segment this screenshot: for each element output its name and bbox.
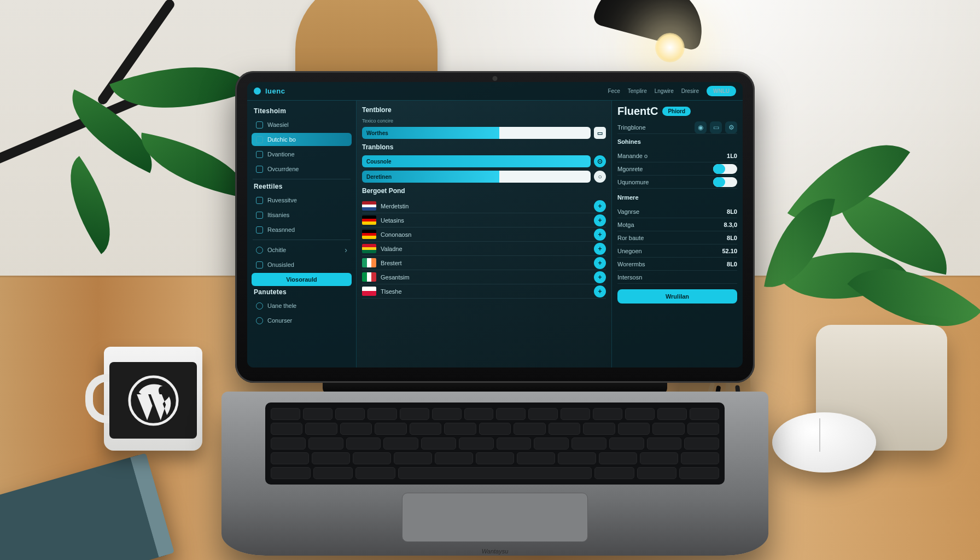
icon-button[interactable]: ◉ [695,121,707,133]
trackpad [402,493,588,542]
icon-button[interactable]: ⚙ [725,121,737,133]
stat-row: Unegoen52.10 [617,244,737,258]
add-language-button[interactable]: + [594,257,606,269]
plus-icon: + [598,259,602,267]
settings-label: Manande o [617,153,648,159]
bullet-icon [256,212,263,219]
sidebar-item[interactable]: Uane thele [252,299,352,312]
stat-label: Unegoen [617,248,642,254]
square-icon [256,261,263,269]
stat-value: 8L0 [727,208,737,215]
add-language-button[interactable]: + [594,243,606,255]
stat-label: Motga [617,221,634,228]
topbar-cta-button[interactable]: WNLU [707,86,736,96]
top-nav: Fece Tenplire Lngwire Dresire WNLU [608,86,736,96]
sidebar-item[interactable]: Reasnned [252,223,352,236]
language-row[interactable]: Uetasins + [362,213,606,228]
wordpress-logo-icon [127,375,179,427]
input-label: Cousnole [366,159,392,165]
panel-subhead-row: Tringblone ◉ ▭ ⚙ [617,121,737,134]
stat-row: Vagnrse8L0 [617,205,737,218]
stat-value: 52.10 [722,248,737,254]
add-language-button[interactable]: + [594,214,606,226]
sidebar-heading: Reettiles [254,183,349,190]
radio-icon [256,302,263,310]
flag-icon [362,272,376,282]
sidebar-item-label: Ruvessitve [267,197,297,203]
section-heading: Tranblons [362,143,606,151]
square-icon: ▭ [713,124,719,131]
sidebar-item-label: Dvantione [267,151,295,158]
submit-button[interactable]: ▭ [594,127,606,139]
section-heading: Bergoet Pond [362,187,606,195]
nav-item[interactable]: Fece [608,88,620,94]
nav-item[interactable]: Tenplire [628,88,647,94]
panel-title: FluentC [617,105,658,118]
stat-label: Intersosn [617,274,642,281]
stat-label: Vagnrse [617,208,639,215]
sidebar-item-label: Uane thele [267,302,296,309]
panel-cta-label: Wrulilan [666,293,689,300]
sidebar-cta-label: Viosorauld [286,276,317,283]
sidebar-item[interactable]: Waesiel [252,118,352,131]
section-heading: Nrmere [617,194,737,201]
add-language-button[interactable]: + [594,271,606,283]
sidebar-item-label: Conurser [267,317,292,324]
language-name: Uetasins [381,217,404,224]
sidebar-item-expandable[interactable]: Ochitle [252,243,352,256]
settings-row: Manande o1L0 [617,149,737,162]
toggle-switch[interactable] [713,177,737,187]
action-button[interactable]: ○ [594,171,606,183]
text-input[interactable]: Deretinen [362,171,591,183]
stat-value: 8.3,0 [724,221,737,228]
sidebar-item[interactable]: Ruvessitve [252,194,352,207]
sidebar-cta-button[interactable]: Viosorauld [252,273,352,286]
input-label: Deretinen [366,174,392,180]
language-row[interactable]: Valadne + [362,242,606,256]
language-row[interactable]: Brestert + [362,256,606,270]
nav-item[interactable]: Lngwire [655,88,674,94]
language-row[interactable]: Merdetstin + [362,199,606,213]
panel-sub-label: Tringblone [617,124,646,131]
language-name: Merdetstin [381,203,409,209]
section-heading: Sohines [617,138,737,145]
panel-badge[interactable]: Phiord [662,107,691,116]
text-input[interactable]: Worthes [362,127,591,139]
panel-cta-button[interactable]: Wrulilan [617,289,737,304]
stat-value: 8L0 [727,261,737,267]
language-name: Valadne [381,246,402,252]
add-language-button[interactable]: + [594,229,606,241]
language-row[interactable]: Cononaosn + [362,228,606,242]
settings-row: Uqunomure [617,176,737,189]
language-row[interactable]: Tlseshe + [362,284,606,299]
circle-icon: ⊙ [597,158,603,165]
toggle-switch[interactable] [713,164,737,174]
language-row[interactable]: Gesantsim + [362,270,606,284]
sidebar-item-selected[interactable]: Dutchic bo [252,133,352,146]
stat-row: Worermbs8L0 [617,258,737,271]
sidebar-item-label: Dutchic bo [267,136,296,143]
sidebar-item[interactable]: Dvantione [252,148,352,161]
plus-icon: + [598,288,602,295]
bullet-icon [256,166,263,173]
settings-row: Mgonrete [617,162,737,176]
plus-icon: + [598,273,602,281]
laptop-screen-frame: luenc Fece Tenplire Lngwire Dresire WNLU… [235,71,755,383]
text-input[interactable]: Cousnole [362,155,591,167]
plus-icon: + [598,217,602,224]
flag-icon [362,258,376,267]
plus-icon: + [598,231,602,238]
sidebar-item[interactable]: Conurser [252,314,352,327]
plant-right [767,112,969,451]
icon-button[interactable]: ▭ [710,121,722,133]
sidebar-item[interactable]: Onusisled [252,258,352,271]
add-language-button[interactable]: + [594,200,606,212]
nav-item[interactable]: Dresire [681,88,699,94]
sidebar-item[interactable]: Ovcurrdene [252,162,352,176]
action-button[interactable]: ⊙ [594,155,606,167]
sidebar-item[interactable]: Itisanies [252,208,352,221]
bullet-icon [256,226,263,234]
square-icon: ▭ [597,130,603,137]
sidebar-item-label: Reasnned [267,226,295,233]
add-language-button[interactable]: + [594,285,606,298]
